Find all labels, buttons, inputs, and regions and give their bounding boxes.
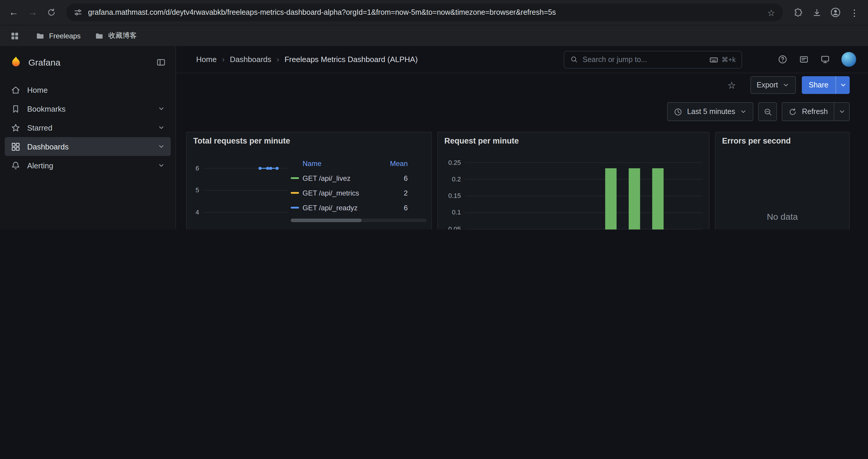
- apps-grid-button[interactable]: [8, 27, 21, 44]
- legend-series-name[interactable]: GET /api/_livez: [303, 174, 371, 182]
- request-per-minute-chart: 0.250.20.150.10.05017:37:0017:38:0017:39…: [438, 148, 707, 230]
- browser-toolbar: ← → grafana.mathmast.com/d/deytv4rwavabk…: [0, 0, 868, 25]
- back-button[interactable]: ←: [5, 4, 23, 21]
- chevron-down-icon: [839, 81, 846, 89]
- grafana-sidebar: Grafana Home Bookmarks Starred: [0, 46, 176, 230]
- user-avatar[interactable]: [841, 52, 856, 67]
- profile-button[interactable]: [827, 4, 844, 21]
- series-swatch: [291, 207, 299, 208]
- search-input[interactable]: Search or jump to... ⌘+k: [564, 51, 742, 68]
- grafana-logo: [9, 56, 23, 68]
- panel-request-per-minute: Request per minute 0.250.20.150.10.05017…: [437, 132, 710, 230]
- sidebar-nav: Home Bookmarks Starred Dashboards: [0, 80, 176, 175]
- search-icon: [570, 56, 578, 63]
- sidebar-item-home[interactable]: Home: [5, 80, 171, 99]
- display-icon[interactable]: [820, 54, 830, 64]
- chevron-down-icon[interactable]: [158, 105, 165, 112]
- forward-button[interactable]: →: [24, 4, 41, 21]
- grafana-header: Home › Dashboards › Freeleaps Metrics Da…: [176, 46, 868, 73]
- time-range-label: Last 5 minutes: [687, 107, 735, 116]
- address-bar[interactable]: grafana.mathmast.com/d/deytv4rwavabkb/fr…: [66, 4, 783, 21]
- sidebar-item-starred[interactable]: Starred: [5, 118, 171, 137]
- profile-icon: [830, 7, 841, 18]
- sidebar-item-label: Dashboards: [27, 142, 68, 151]
- brand-name: Grafana: [28, 57, 60, 67]
- time-controls: Last 5 minutes Refresh: [176, 102, 868, 122]
- legend-mean-value: 6: [375, 174, 408, 182]
- series-swatch: [291, 177, 299, 179]
- svg-text:0.1: 0.1: [452, 208, 461, 216]
- share-split-button: Share: [802, 76, 850, 94]
- share-caret-button[interactable]: [836, 76, 850, 94]
- news-icon[interactable]: [799, 54, 809, 64]
- panel-title[interactable]: Total requests per minute: [193, 136, 290, 145]
- bookmark-item-blogs[interactable]: 收藏博客: [95, 31, 137, 41]
- svg-text:6: 6: [195, 165, 199, 172]
- menu-button[interactable]: ⋮: [845, 4, 863, 21]
- breadcrumb-item-home[interactable]: Home: [196, 55, 217, 64]
- refresh-interval-button[interactable]: [834, 103, 849, 121]
- legend-mean-value: 6: [375, 203, 408, 212]
- legend-series-name[interactable]: GET /api/_metrics: [303, 189, 371, 197]
- sidebar-item-dashboards[interactable]: Dashboards: [5, 137, 171, 156]
- breadcrumb-item-current: Freeleaps Metrics Dashboard (ALPHA): [284, 55, 418, 64]
- star-icon: [11, 123, 21, 133]
- export-button[interactable]: Export: [750, 76, 796, 94]
- reload-button[interactable]: [42, 4, 60, 21]
- breadcrumb-item-dashboards[interactable]: Dashboards: [230, 55, 271, 64]
- bell-icon: [11, 160, 21, 170]
- folder-icon: [95, 31, 104, 40]
- panel-title[interactable]: Request per minute: [444, 136, 519, 145]
- grafana-main: Home › Dashboards › Freeleaps Metrics Da…: [176, 46, 868, 230]
- download-icon: [812, 7, 822, 18]
- legend-row: GET /api/_metrics 2: [291, 186, 408, 200]
- grafana-app: Grafana Home Bookmarks Starred: [0, 46, 868, 230]
- dashboard-toolbar: ☆ Export Share: [176, 73, 868, 97]
- breadcrumb-separator: ›: [222, 55, 224, 64]
- chevron-down-icon[interactable]: [158, 143, 165, 150]
- legend-row: GET /api/_livez 6: [291, 171, 408, 186]
- back-icon: ←: [9, 7, 18, 18]
- legend-scrollbar[interactable]: [291, 219, 427, 222]
- time-range-button[interactable]: Last 5 minutes: [667, 102, 754, 121]
- favorite-star-icon[interactable]: ☆: [727, 79, 736, 91]
- share-button[interactable]: Share: [802, 76, 836, 94]
- dock-sidebar-icon[interactable]: [156, 57, 166, 67]
- sidebar-item-bookmarks[interactable]: Bookmarks: [5, 99, 171, 118]
- legend-col-mean[interactable]: Mean: [375, 159, 408, 167]
- breadcrumb-separator: ›: [277, 55, 279, 64]
- sidebar-item-alerting[interactable]: Alerting: [5, 156, 171, 175]
- extensions-button[interactable]: [789, 4, 807, 21]
- header-icons: [778, 52, 856, 67]
- screen: ← → grafana.mathmast.com/d/deytv4rwavabk…: [0, 0, 868, 230]
- magnifier-minus-icon: [763, 107, 772, 116]
- zoom-out-button[interactable]: [758, 102, 777, 121]
- forward-icon: →: [28, 7, 37, 18]
- svg-text:0.15: 0.15: [448, 192, 461, 199]
- legend-row: GET /api/_readyz 6: [291, 200, 408, 215]
- reload-icon: [47, 8, 56, 17]
- breadcrumb: Home › Dashboards › Freeleaps Metrics Da…: [196, 55, 418, 64]
- total-requests-chart: 6543217:40: [187, 149, 294, 230]
- help-icon[interactable]: [778, 54, 788, 64]
- refresh-button[interactable]: Refresh: [782, 103, 834, 121]
- scrollbar-thumb[interactable]: [291, 219, 361, 222]
- search-shortcut: ⌘+k: [709, 55, 736, 64]
- series-swatch: [291, 192, 299, 194]
- chevron-down-icon[interactable]: [158, 124, 165, 131]
- panel-title[interactable]: Errors per second: [722, 136, 791, 145]
- downloads-button[interactable]: [808, 4, 826, 21]
- svg-text:4: 4: [195, 208, 199, 216]
- chevron-down-icon[interactable]: [158, 162, 165, 169]
- export-label: Export: [756, 81, 778, 89]
- kebab-icon: ⋮: [850, 8, 859, 17]
- svg-text:0.25: 0.25: [448, 159, 461, 166]
- legend-series-name[interactable]: GET /api/_readyz: [303, 203, 371, 212]
- url-text[interactable]: grafana.mathmast.com/d/deytv4rwavabkb/fr…: [88, 8, 761, 17]
- site-info-icon[interactable]: [74, 8, 82, 17]
- no-data-text: No data: [716, 150, 849, 230]
- legend-col-name[interactable]: Name: [303, 159, 371, 167]
- bookmark-item-freeleaps[interactable]: Freeleaps: [35, 31, 81, 40]
- bookmark-star-icon[interactable]: ☆: [767, 8, 775, 17]
- apps-grid-icon: [10, 31, 20, 40]
